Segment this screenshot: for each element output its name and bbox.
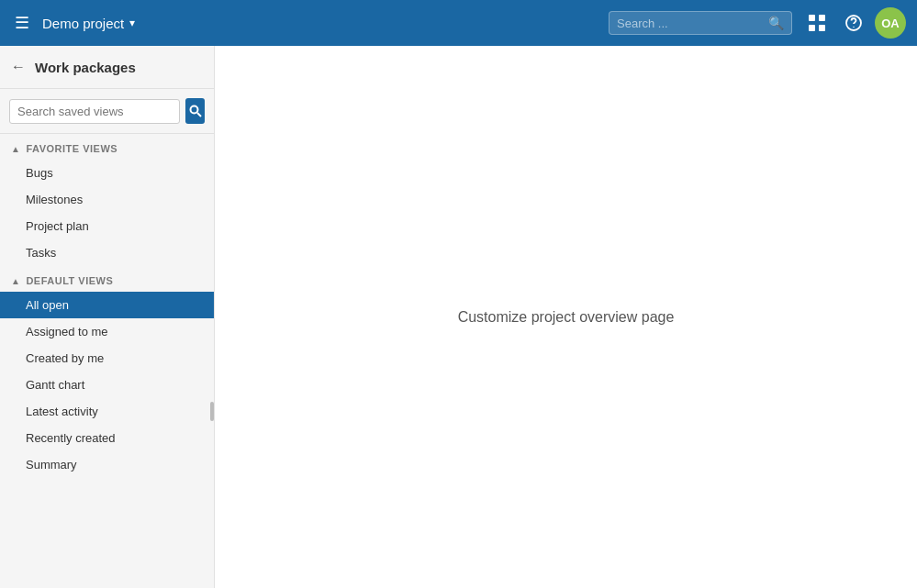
sidebar-item-summary[interactable]: Summary xyxy=(0,451,214,478)
main-content: Customize project overview page xyxy=(215,46,917,588)
svg-rect-2 xyxy=(809,25,815,31)
search-saved-views-input[interactable] xyxy=(9,99,180,124)
help-icon[interactable] xyxy=(838,7,869,39)
default-views-collapse-icon[interactable]: ▲ xyxy=(11,276,20,286)
project-dropdown-icon: ▾ xyxy=(129,17,135,29)
sidebar-item-tasks[interactable]: Tasks xyxy=(0,239,214,266)
nav-icons: OA xyxy=(801,7,906,39)
global-search-input[interactable] xyxy=(617,17,763,30)
favorite-views-section-label: ▲ FAVORITE VIEWS xyxy=(0,134,214,160)
sidebar-item-latest-activity[interactable]: Latest activity xyxy=(0,398,214,425)
sidebar-item-all-open[interactable]: All open xyxy=(0,292,214,318)
sidebar-item-milestones[interactable]: Milestones xyxy=(0,186,214,213)
main-area: ← Work packages ▲ FAVORITE VIEWS Bugs Mi… xyxy=(0,46,917,588)
sidebar-item-gantt-chart[interactable]: Gantt chart xyxy=(0,372,214,398)
customize-message: Customize project overview page xyxy=(458,309,675,326)
default-views-section-label: ▲ DEFAULT VIEWS xyxy=(0,266,214,292)
sidebar-item-project-plan[interactable]: Project plan xyxy=(0,213,214,239)
favorite-views-collapse-icon[interactable]: ▲ xyxy=(11,144,20,154)
sidebar-item-created-by-me[interactable]: Created by me xyxy=(0,345,214,372)
global-search-bar[interactable]: 🔍 xyxy=(609,11,792,35)
svg-line-7 xyxy=(197,113,201,116)
user-avatar[interactable]: OA xyxy=(875,7,906,39)
svg-rect-0 xyxy=(809,15,815,21)
favorite-views-label: FAVORITE VIEWS xyxy=(26,143,117,154)
top-nav: ☰ Demo project ▾ 🔍 OA xyxy=(0,0,917,46)
sidebar-item-recently-created[interactable]: Recently created xyxy=(0,425,214,451)
apps-icon[interactable] xyxy=(801,7,833,39)
sidebar-item-assigned-to-me[interactable]: Assigned to me xyxy=(0,318,214,345)
project-name-label: Demo project xyxy=(42,16,124,31)
back-arrow-icon[interactable]: ← xyxy=(11,59,26,75)
search-saved-views-button[interactable] xyxy=(185,98,205,124)
sidebar-item-bugs[interactable]: Bugs xyxy=(0,160,214,186)
sidebar: ← Work packages ▲ FAVORITE VIEWS Bugs Mi… xyxy=(0,46,215,588)
project-title[interactable]: Demo project ▾ xyxy=(42,16,135,31)
search-saved-views-bar xyxy=(0,89,214,134)
default-views-label: DEFAULT VIEWS xyxy=(26,275,113,286)
search-icon: 🔍 xyxy=(768,16,784,30)
hamburger-icon[interactable]: ☰ xyxy=(11,9,33,37)
sidebar-title: Work packages xyxy=(35,60,136,75)
svg-rect-3 xyxy=(819,25,825,31)
svg-rect-1 xyxy=(819,15,825,21)
svg-point-6 xyxy=(190,106,197,114)
sidebar-header: ← Work packages xyxy=(0,46,214,89)
svg-point-5 xyxy=(853,27,854,28)
